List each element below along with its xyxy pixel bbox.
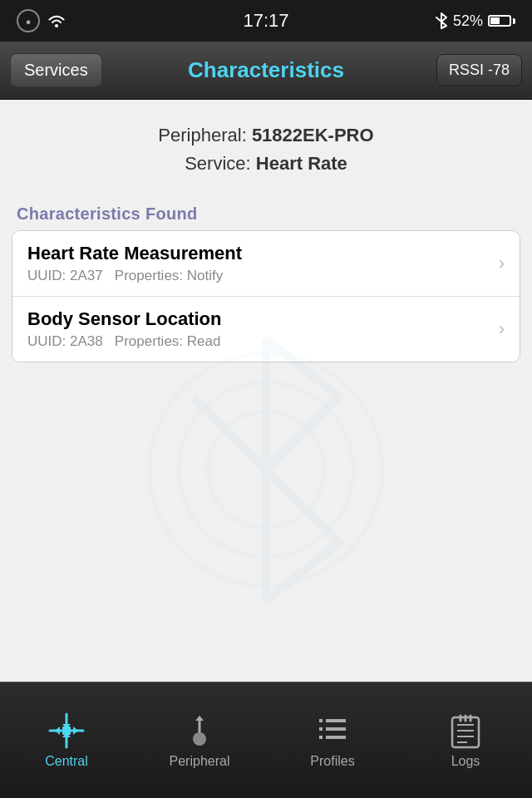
central-tab-label: Central (45, 754, 88, 769)
bluetooth-icon (435, 12, 448, 30)
characteristic-uuid-2: UUID: 2A38 Properties: Read (27, 333, 490, 350)
chevron-right-icon-1: › (499, 253, 505, 274)
svg-rect-14 (62, 727, 71, 735)
nav-title: Characteristics (188, 57, 344, 83)
tab-bar: Central Peripheral Profiles (0, 682, 532, 798)
characteristic-item-body-sensor[interactable]: Body Sensor Location UUID: 2A38 Properti… (12, 297, 520, 362)
characteristics-section-header: Characteristics Found (0, 191, 532, 230)
services-back-button[interactable]: Services (10, 53, 102, 87)
tab-profiles[interactable]: Profiles (266, 682, 399, 798)
main-content: Peripheral: 51822EK-PRO Service: Heart R… (0, 100, 532, 682)
svg-point-17 (193, 732, 206, 746)
peripheral-label: Peripheral: (158, 125, 246, 145)
svg-point-3 (150, 353, 382, 586)
svg-point-5 (208, 411, 324, 528)
peripheral-name: 51822EK-PRO (252, 125, 374, 145)
svg-point-2 (55, 24, 58, 27)
svg-rect-19 (326, 719, 346, 722)
peripheral-tab-icon (181, 712, 218, 749)
svg-point-4 (179, 382, 353, 557)
peripheral-line: Peripheral: 51822EK-PRO (17, 125, 515, 146)
central-tab-icon (48, 712, 85, 749)
app-icon: ● (17, 9, 40, 32)
peripheral-info: Peripheral: 51822EK-PRO Service: Heart R… (0, 100, 532, 191)
battery-icon (488, 15, 515, 27)
tab-logs[interactable]: Logs (399, 682, 532, 798)
svg-rect-21 (326, 727, 346, 731)
service-line: Service: Heart Rate (17, 153, 515, 175)
status-bar: ● 17:17 52% (0, 0, 532, 42)
service-label: Service: (185, 153, 250, 174)
logs-tab-icon (447, 712, 484, 749)
logs-tab-label: Logs (451, 754, 480, 769)
svg-rect-23 (326, 736, 346, 739)
characteristic-item-heart-rate[interactable]: Heart Rate Measurement UUID: 2A37 Proper… (12, 231, 520, 297)
profiles-tab-icon (314, 712, 351, 749)
tab-peripheral[interactable]: Peripheral (133, 682, 266, 798)
svg-marker-16 (195, 716, 204, 721)
nav-bar: Services Characteristics RSSI -78 (0, 42, 532, 100)
characteristic-uuid-1: UUID: 2A37 Properties: Notify (27, 268, 490, 284)
svg-text:●: ● (26, 17, 32, 27)
status-left: ● (17, 9, 66, 32)
characteristics-list: Heart Rate Measurement UUID: 2A37 Proper… (12, 230, 520, 362)
status-right: 52% (435, 12, 515, 30)
svg-rect-22 (319, 736, 323, 739)
tab-central[interactable]: Central (0, 682, 133, 798)
status-time: 17:17 (243, 10, 288, 32)
characteristic-text-2: Body Sensor Location UUID: 2A38 Properti… (27, 308, 490, 350)
chevron-right-icon-2: › (499, 318, 505, 340)
rssi-button[interactable]: RSSI -78 (436, 54, 522, 86)
battery-percentage: 52% (453, 12, 483, 30)
watermark-icon (121, 324, 411, 615)
characteristic-name-2: Body Sensor Location (27, 308, 490, 330)
svg-marker-11 (73, 727, 78, 735)
profiles-tab-label: Profiles (310, 754, 354, 769)
characteristic-text-1: Heart Rate Measurement UUID: 2A37 Proper… (27, 243, 490, 284)
svg-marker-9 (55, 727, 60, 735)
svg-rect-18 (319, 719, 323, 722)
characteristic-name-1: Heart Rate Measurement (27, 243, 490, 264)
peripheral-tab-label: Peripheral (170, 754, 230, 769)
svg-rect-20 (319, 727, 323, 731)
service-name: Heart Rate (256, 153, 347, 174)
wifi-icon (47, 13, 66, 28)
